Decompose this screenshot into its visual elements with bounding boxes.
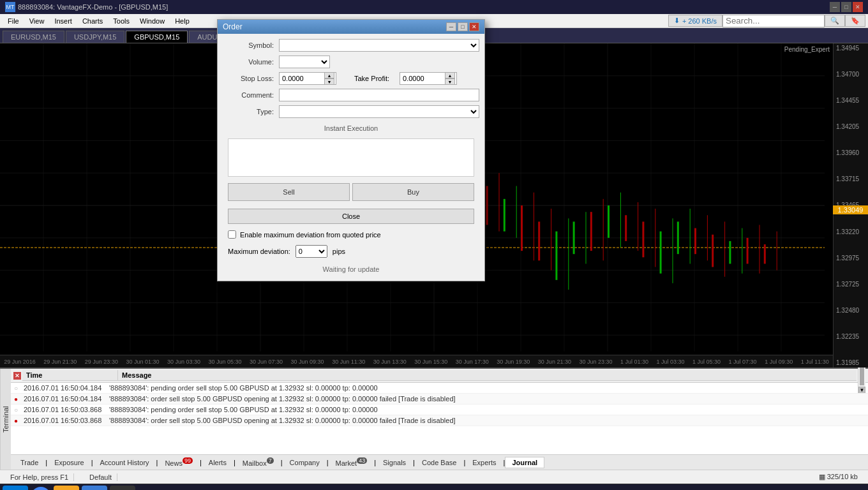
svg-rect-44 — [590, 212, 592, 251]
mailbox-badge: 7 — [267, 457, 274, 464]
comment-input[interactable] — [279, 89, 479, 101]
volume-label: Volume: — [223, 58, 274, 66]
bandwidth-value: + 260 KB/s — [682, 17, 717, 25]
svg-rect-52 — [660, 232, 662, 274]
stop-loss-input[interactable] — [280, 75, 324, 82]
window-title: 888893084: VantageFX-Demo - [GBPUSD,M15] — [18, 3, 168, 11]
stop-loss-up-button[interactable]: ▲ — [324, 72, 334, 78]
title-bar: MT 888893084: VantageFX-Demo - [GBPUSD,M… — [0, 0, 868, 14]
dialog-maximize-button[interactable]: □ — [458, 22, 468, 31]
tab-alerts[interactable]: Alerts — [202, 457, 234, 468]
terminal-app-button[interactable]: >_ — [110, 486, 135, 491]
stop-loss-spinbox: ▲ ▼ — [279, 72, 336, 85]
close-window-button[interactable]: ✕ — [853, 2, 863, 12]
file-explorer-button[interactable]: 📁 — [54, 486, 79, 491]
pips-label: pips — [333, 248, 345, 255]
tab-code-base[interactable]: Code Base — [415, 457, 463, 468]
type-row: Type: — [223, 105, 479, 118]
tab-experts[interactable]: Experts — [465, 457, 503, 468]
tab-mailbox[interactable]: Mailbox7 — [236, 456, 281, 469]
take-profit-input[interactable] — [400, 75, 445, 82]
col-headers: Time Message — [22, 370, 857, 381]
max-deviation-label: Maximum deviation: — [228, 248, 290, 255]
search-button[interactable]: 🔍 — [825, 15, 845, 27]
current-price: 1.33049 — [833, 205, 868, 214]
info-icon: ○ — [14, 385, 18, 392]
time-axis: 29 Jun 2016 29 Jun 21:30 29 Jun 23:30 30… — [0, 355, 833, 368]
list-item: ● 2016.07.01 16:50:03.868 '888893084': o… — [11, 415, 868, 426]
type-select[interactable] — [279, 105, 479, 118]
symbol-select[interactable] — [279, 39, 479, 52]
menu-insert[interactable]: Insert — [49, 16, 77, 26]
terminal-with-label: Terminal ✕ Time Message ▲ ▼ — [0, 369, 868, 470]
tab-usdjpy[interactable]: USDJPY,M15 — [66, 31, 124, 43]
bookmark-button[interactable]: 🔖 — [845, 15, 865, 27]
tab-account-history[interactable]: Account History — [93, 457, 156, 468]
chart-expert-label: Pending_Expert — [784, 46, 830, 53]
max-deviation-checkbox[interactable] — [228, 230, 236, 239]
tab-gbpusd[interactable]: GBPUSD,M15 — [126, 31, 188, 43]
news-badge: 99 — [183, 457, 193, 464]
scroll-thumb[interactable] — [860, 366, 864, 385]
dialog-title: Order — [223, 22, 243, 31]
row-msg-2: '888893084': order sell stop 5.00 GBPUSD… — [107, 394, 868, 404]
row-icon-3: ○ — [11, 406, 21, 413]
tab-company[interactable]: Company — [283, 457, 327, 468]
terminal-rows: ○ 2016.07.01 16:50:04.184 '888893084': p… — [11, 383, 868, 454]
svg-rect-64 — [764, 244, 766, 264]
menu-file[interactable]: File — [3, 16, 24, 26]
tab-trade[interactable]: Trade — [13, 457, 45, 468]
svg-rect-46 — [608, 205, 610, 238]
dialog-minimize-button[interactable]: ─ — [446, 22, 456, 31]
terminal-close-button[interactable]: ✕ — [13, 372, 21, 380]
sell-button[interactable]: Sell — [228, 183, 350, 201]
symbol-row: Symbol: — [223, 39, 479, 52]
buy-button[interactable]: Buy — [352, 183, 474, 201]
svg-rect-58 — [712, 235, 714, 267]
mt4-app-button[interactable]: MT4 — [82, 486, 107, 491]
terminal-header: ✕ Time Message ▲ ▼ — [11, 369, 868, 383]
svg-rect-54 — [677, 221, 679, 254]
terminal-area: Terminal ✕ Time Message ▲ ▼ — [0, 368, 868, 470]
tab-eurusd[interactable]: EURUSD,M15 — [3, 31, 64, 43]
dialog-close-button[interactable]: ✕ — [469, 22, 479, 31]
price-6: 1.33715 — [836, 175, 865, 182]
tab-signals[interactable]: Signals — [376, 457, 413, 468]
menu-view[interactable]: View — [24, 16, 50, 26]
tab-news[interactable]: News99 — [158, 456, 200, 469]
tab-exposure[interactable]: Exposure — [47, 457, 91, 468]
bandwidth-button[interactable]: ⬇ + 260 KB/s — [668, 15, 722, 27]
search-input[interactable] — [722, 15, 825, 27]
app-icon: MT — [5, 2, 15, 12]
price-2: 1.34700 — [836, 71, 865, 78]
volume-select[interactable] — [279, 56, 330, 68]
price-5: 1.33960 — [836, 149, 865, 156]
menu-tools[interactable]: Tools — [108, 16, 135, 26]
tab-journal[interactable]: Journal — [505, 457, 544, 468]
svg-rect-56 — [694, 228, 696, 255]
row-time-4: 2016.07.01 16:50:03.868 — [21, 415, 107, 426]
menu-window[interactable]: Window — [135, 16, 170, 26]
take-profit-up-button[interactable]: ▲ — [445, 72, 455, 78]
terminal-label: Terminal — [0, 369, 11, 470]
windows-start-button[interactable]: ⊞ — [3, 486, 28, 491]
execution-info-box — [228, 138, 474, 177]
stop-loss-down-button[interactable]: ▼ — [324, 78, 334, 85]
row-time-2: 2016.07.01 16:50:04.184 — [21, 394, 107, 404]
comment-row: Comment: — [223, 89, 479, 101]
status-help: For Help, press F1 — [5, 473, 74, 481]
stop-loss-spinbox-buttons: ▲ ▼ — [324, 72, 334, 85]
svg-rect-60 — [729, 241, 731, 264]
tab-market[interactable]: Market43 — [329, 456, 375, 469]
menu-help[interactable]: Help — [170, 16, 195, 26]
maximize-button[interactable]: □ — [841, 2, 851, 12]
take-profit-down-button[interactable]: ▼ — [445, 78, 455, 85]
max-deviation-select[interactable]: 0 — [296, 245, 327, 258]
minimize-button[interactable]: ─ — [830, 2, 840, 12]
taskbar: ⊞ G 📁 MT4 >_ 🔼 🔊 📋 💻 M 16:50 1/7/2016 — [0, 484, 868, 490]
error-icon: ● — [14, 417, 18, 424]
chrome-button[interactable]: G — [31, 487, 51, 491]
close-order-button[interactable]: Close — [228, 209, 474, 224]
menu-charts[interactable]: Charts — [77, 16, 108, 26]
list-item: ○ 2016.07.01 16:50:04.184 '888893084': p… — [11, 383, 868, 394]
